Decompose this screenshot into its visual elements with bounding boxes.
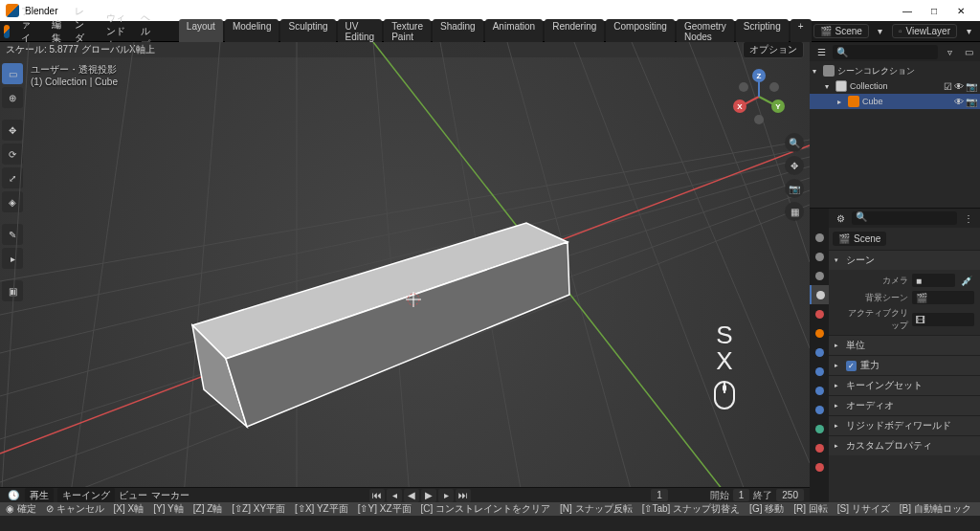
tab-shading[interactable]: Shading bbox=[433, 19, 483, 44]
props-pin-icon[interactable]: ⋮ bbox=[961, 210, 976, 226]
filter-icon[interactable]: ▿ bbox=[942, 44, 957, 59]
tab-uv[interactable]: UV Editing bbox=[338, 19, 383, 44]
tree-cube[interactable]: ▸Cube 👁📷 bbox=[810, 94, 980, 109]
tab-sculpting[interactable]: Sculpting bbox=[280, 19, 335, 44]
move-view-icon[interactable]: ✥ bbox=[785, 156, 804, 175]
menu-edit[interactable]: 編集 bbox=[46, 18, 67, 45]
view-menu[interactable]: ビュー bbox=[119, 489, 147, 502]
new-viewlayer-button[interactable]: ▾ bbox=[961, 24, 976, 39]
new-scene-button[interactable]: ▾ bbox=[873, 24, 888, 39]
gizmo-z[interactable]: Z bbox=[752, 69, 766, 82]
tab-geonodes[interactable]: Geometry Nodes bbox=[677, 19, 734, 44]
start-frame[interactable]: 1 bbox=[733, 489, 750, 501]
new-coll-icon[interactable]: ▭ bbox=[961, 44, 976, 59]
close-button[interactable]: ✕ bbox=[947, 1, 974, 20]
camera-field[interactable]: ■ bbox=[912, 274, 955, 287]
maximize-button[interactable]: □ bbox=[921, 1, 947, 20]
prop-tab-physics[interactable] bbox=[810, 381, 829, 400]
prop-tab-particle[interactable] bbox=[810, 362, 829, 381]
tool-cursor[interactable]: ⊕ bbox=[2, 87, 23, 108]
eyedrop-icon[interactable]: 💉 bbox=[959, 273, 974, 288]
tool-transform[interactable]: ◈ bbox=[2, 191, 23, 212]
tool-move[interactable]: ✥ bbox=[2, 120, 23, 141]
timeline-editor-icon[interactable]: 🕓 bbox=[6, 488, 21, 503]
gizmo-x[interactable]: X bbox=[733, 100, 746, 113]
prev-key-icon[interactable]: ◂ bbox=[387, 489, 402, 502]
props-search[interactable]: 🔍 bbox=[852, 211, 957, 225]
clip-field[interactable]: 🎞 bbox=[912, 313, 974, 326]
gizmo-ny[interactable] bbox=[739, 82, 748, 92]
prop-tab-texture[interactable] bbox=[810, 457, 829, 476]
panel-audio[interactable]: ▸オーディオ bbox=[829, 396, 980, 415]
gizmo-nx[interactable] bbox=[769, 82, 779, 92]
panel-units[interactable]: ▸単位 bbox=[829, 336, 980, 355]
tool-scale[interactable]: ⤢ bbox=[2, 167, 23, 188]
outliner-search[interactable]: 🔍 bbox=[833, 45, 938, 59]
current-frame[interactable]: 1 bbox=[651, 489, 668, 501]
jump-start-icon[interactable]: ⏮ bbox=[369, 489, 385, 502]
outliner-editor-icon[interactable]: ☰ bbox=[813, 44, 829, 59]
eye-icon[interactable]: 👁 bbox=[954, 97, 964, 107]
gizmo-y[interactable]: Y bbox=[771, 100, 785, 113]
tab-rendering[interactable]: Rendering bbox=[545, 19, 604, 44]
gravity-checkbox[interactable]: ✓ bbox=[846, 361, 857, 371]
play-rev-icon[interactable]: ◀ bbox=[404, 489, 419, 502]
panel-scene[interactable]: ▾シーン bbox=[829, 251, 980, 270]
prop-tab-constraint[interactable] bbox=[810, 400, 829, 419]
panel-custom[interactable]: ▸カスタムプロパティ bbox=[829, 436, 980, 455]
panel-rigid[interactable]: ▸リジッドボディワールド bbox=[829, 416, 980, 435]
tab-compositing[interactable]: Compositing bbox=[606, 19, 675, 44]
zoom-icon[interactable]: 🔍 bbox=[785, 133, 804, 152]
playback-menu[interactable]: 再生 bbox=[25, 488, 54, 503]
props-breadcrumb[interactable]: 🎬Scene bbox=[833, 232, 886, 246]
render-icon[interactable]: 📷 bbox=[966, 97, 977, 107]
panel-keying[interactable]: ▸キーイングセット bbox=[829, 376, 980, 395]
end-frame[interactable]: 250 bbox=[776, 489, 804, 501]
options-dropdown[interactable]: オプション bbox=[743, 42, 804, 58]
prop-tab-data[interactable] bbox=[810, 419, 829, 438]
prop-tab-modifier[interactable] bbox=[810, 343, 829, 362]
exclude-icon[interactable]: ☑ bbox=[944, 81, 952, 92]
panel-gravity[interactable]: ▸✓重力 bbox=[829, 356, 980, 375]
keying-menu[interactable]: キーイング bbox=[57, 488, 115, 503]
tool-select[interactable]: ▭ bbox=[2, 63, 23, 84]
scene-selector[interactable]: 🎬Scene bbox=[813, 24, 869, 38]
svg-line-13 bbox=[507, 42, 639, 502]
tool-annotate[interactable]: ✎ bbox=[2, 224, 23, 245]
tree-scene-collection[interactable]: ▾シーンコレクション bbox=[810, 63, 980, 78]
persp-ortho-icon[interactable]: ▦ bbox=[785, 202, 804, 221]
camera-view-icon[interactable]: 📷 bbox=[785, 179, 804, 198]
prop-tab-output[interactable] bbox=[810, 247, 829, 266]
tree-collection[interactable]: ▾Collection ☑👁📷 bbox=[810, 78, 980, 94]
prop-tab-world[interactable] bbox=[810, 304, 829, 323]
tab-modeling[interactable]: Modeling bbox=[225, 19, 279, 44]
viewlayer-selector[interactable]: ▫ViewLayer bbox=[892, 24, 957, 38]
minimize-button[interactable]: — bbox=[894, 1, 921, 20]
props-editor-icon[interactable]: ⚙ bbox=[833, 210, 848, 226]
tab-scripting[interactable]: Scripting bbox=[736, 19, 789, 44]
tab-animation[interactable]: Animation bbox=[485, 19, 543, 44]
jump-end-icon[interactable]: ⏭ bbox=[456, 489, 471, 502]
tab-texpaint[interactable]: Texture Paint bbox=[384, 19, 431, 44]
tool-rotate[interactable]: ⟳ bbox=[2, 144, 23, 165]
eye-icon[interactable]: 👁 bbox=[954, 81, 964, 92]
svg-line-1 bbox=[0, 190, 810, 482]
play-icon[interactable]: ▶ bbox=[421, 489, 436, 502]
render-icon[interactable]: 📷 bbox=[966, 81, 977, 92]
prop-tab-viewlayer[interactable] bbox=[810, 266, 829, 285]
tool-addcube[interactable]: ▣ bbox=[2, 280, 23, 301]
prop-tab-scene[interactable] bbox=[810, 285, 829, 304]
bgscene-field[interactable]: 🎬 bbox=[912, 291, 974, 304]
prop-tab-object[interactable] bbox=[810, 323, 829, 343]
tab-layout[interactable]: Layout bbox=[179, 19, 223, 44]
next-key-icon[interactable]: ▸ bbox=[438, 489, 454, 502]
gizmo-nz[interactable] bbox=[754, 115, 764, 124]
viewport-3d[interactable]: スケール: 5.8777 グローバルX軸上 オプション ユーザー・透視投影 (1… bbox=[0, 42, 810, 502]
prop-tab-render[interactable] bbox=[810, 228, 829, 247]
tab-add[interactable]: + bbox=[791, 19, 812, 44]
prop-tab-material[interactable] bbox=[810, 438, 829, 457]
app-icon[interactable] bbox=[4, 25, 10, 38]
tool-measure[interactable]: ▸ bbox=[2, 248, 23, 269]
marker-menu[interactable]: マーカー bbox=[151, 489, 189, 502]
nav-gizmo[interactable]: X Y Z bbox=[731, 69, 787, 124]
